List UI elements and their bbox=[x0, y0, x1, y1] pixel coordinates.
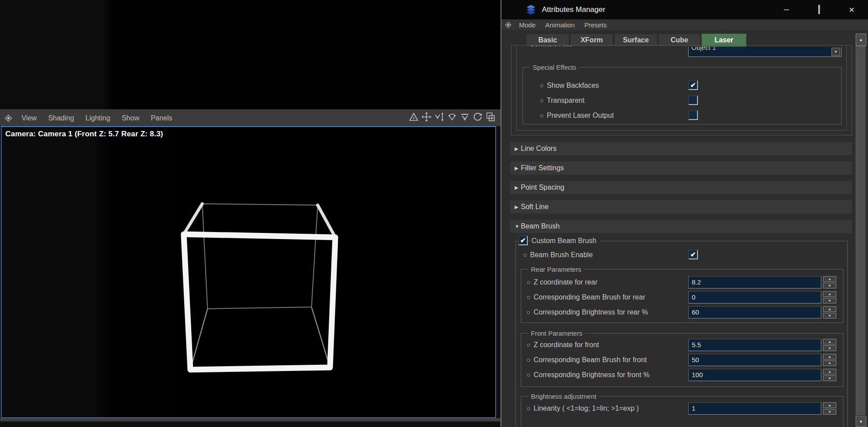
prevent-laser-output-label: Prevent Laser Output bbox=[540, 109, 614, 122]
cone-select-icon[interactable] bbox=[408, 111, 419, 123]
menu-mode[interactable]: Mode bbox=[514, 21, 541, 29]
brightness-front-label: Corresponding Brightness for front % bbox=[527, 369, 649, 381]
prevent-laser-output-checkbox[interactable] bbox=[688, 110, 698, 120]
active-viewport[interactable]: Camera: Camera 1 (Front Z: 5.7 Rear Z: 8… bbox=[1, 126, 496, 418]
attributes-manager-window: Attributes Manager ─ ✕ Mode Animation Pr… bbox=[501, 0, 868, 427]
beam-brush-rear-label: Corresponding Beam Brush for rear bbox=[527, 291, 645, 303]
bullet-icon bbox=[527, 359, 530, 362]
section-soft-line[interactable]: ▶ Soft Line bbox=[510, 200, 852, 214]
wireframe-cube bbox=[169, 193, 345, 380]
linearity-spinner[interactable]: ▲ ▼ bbox=[823, 402, 836, 415]
linearity-field[interactable]: 1 bbox=[688, 402, 821, 415]
menu-shading[interactable]: Shading bbox=[42, 114, 80, 122]
section-beam-brush[interactable]: ▼ Beam Brush bbox=[510, 220, 852, 233]
spinner-up-icon[interactable]: ▲ bbox=[823, 306, 836, 312]
camera-cone-icon[interactable] bbox=[459, 111, 471, 123]
panel-icon[interactable] bbox=[504, 21, 512, 29]
brightness-rear-spinner[interactable]: ▲ ▼ bbox=[823, 306, 836, 318]
minimize-button[interactable]: ─ bbox=[782, 6, 791, 14]
spinner-down-icon[interactable]: ▼ bbox=[823, 409, 836, 415]
bottom-divider bbox=[0, 418, 501, 422]
viewport-layout-icon[interactable] bbox=[485, 111, 496, 123]
top-viewport-pane[interactable] bbox=[0, 0, 501, 109]
bullet-icon bbox=[527, 344, 530, 347]
spinner-up-icon[interactable]: ▲ bbox=[823, 291, 836, 297]
panel-body: Basic XForm Surface Cube Laser ▲ ▼ Softw… bbox=[501, 30, 868, 427]
brightness-rear-field[interactable]: 60 bbox=[688, 306, 821, 318]
titlebar[interactable]: Attributes Manager ─ ✕ bbox=[501, 0, 868, 19]
show-backfaces-label: Show Backfaces bbox=[540, 79, 599, 92]
custom-beam-brush-checkbox[interactable]: ✔ bbox=[518, 236, 528, 245]
beam-brush-front-field[interactable]: 50 bbox=[688, 354, 821, 366]
z-front-spinner[interactable]: ▲ ▼ bbox=[823, 339, 836, 351]
brightness-rear-label: Corresponding Brightness for rear % bbox=[527, 306, 648, 318]
spinner-up-icon[interactable]: ▲ bbox=[823, 339, 836, 345]
front-parameters-title: Front Parameters bbox=[528, 330, 585, 337]
close-button[interactable]: ✕ bbox=[847, 6, 857, 14]
menu-panels[interactable]: Panels bbox=[145, 114, 178, 122]
bullet-icon bbox=[527, 281, 530, 284]
menu-view[interactable]: View bbox=[16, 114, 42, 122]
beam-brush-rear-spinner[interactable]: ▲ ▼ bbox=[823, 291, 836, 303]
beam-brush-front-spinner[interactable]: ▲ ▼ bbox=[823, 354, 836, 366]
transparent-checkbox[interactable] bbox=[688, 95, 698, 105]
menu-show[interactable]: Show bbox=[116, 114, 145, 122]
spinner-down-icon[interactable]: ▼ bbox=[823, 345, 836, 351]
panel-menubar: Mode Animation Presets bbox=[501, 19, 868, 30]
window-title: Attributes Manager bbox=[542, 5, 605, 14]
spinner-down-icon[interactable]: ▼ bbox=[823, 283, 836, 288]
window-controls: ─ ✕ bbox=[782, 0, 857, 19]
dolly-icon[interactable] bbox=[434, 111, 445, 123]
spinner-down-icon[interactable]: ▼ bbox=[823, 298, 836, 303]
beam-brush-enable-checkbox[interactable]: ✔ bbox=[688, 250, 698, 259]
collapsed-arrow-icon: ▶ bbox=[515, 204, 521, 210]
spinner-up-icon[interactable]: ▲ bbox=[823, 276, 836, 282]
beam-brush-enable-label: Beam Brush Enable bbox=[523, 249, 593, 261]
z-front-field[interactable]: 5.5 bbox=[688, 339, 821, 351]
spinner-up-icon[interactable]: ▲ bbox=[823, 369, 836, 375]
z-rear-spinner[interactable]: ▲ ▼ bbox=[823, 276, 836, 288]
clipped-axis-label: Software Axis bbox=[530, 46, 662, 49]
scroll-up-button[interactable]: ▲ bbox=[856, 34, 866, 46]
section-point-spacing[interactable]: ▶ Point Spacing bbox=[510, 181, 852, 194]
section-line-colors[interactable]: ▶ Line Colors bbox=[510, 142, 852, 155]
beam-brush-rear-field[interactable]: 0 bbox=[688, 291, 821, 303]
viewport-toolbar bbox=[408, 111, 496, 123]
maximize-box-icon bbox=[818, 5, 820, 14]
z-rear-field[interactable]: 8.2 bbox=[688, 276, 821, 288]
show-backfaces-checkbox[interactable]: ✔ bbox=[688, 80, 698, 90]
collapsed-arrow-icon: ▶ bbox=[515, 185, 521, 191]
maximize-button[interactable] bbox=[814, 6, 824, 14]
bullet-icon bbox=[540, 99, 543, 102]
expanded-arrow-icon: ▼ bbox=[515, 224, 521, 229]
brightness-front-field[interactable]: 100 bbox=[688, 369, 821, 381]
spinner-down-icon[interactable]: ▼ bbox=[823, 360, 836, 366]
spinner-down-icon[interactable]: ▼ bbox=[823, 313, 836, 318]
scrollbar-track[interactable] bbox=[856, 46, 866, 416]
clipped-axis-dropdown[interactable]: Object 1 ▼ bbox=[688, 47, 842, 57]
spinner-down-icon[interactable]: ▼ bbox=[823, 375, 836, 381]
pan-icon[interactable] bbox=[421, 111, 432, 123]
menu-animation[interactable]: Animation bbox=[541, 21, 580, 29]
orbit-icon[interactable] bbox=[446, 111, 458, 123]
spinner-up-icon[interactable]: ▲ bbox=[823, 354, 836, 360]
dropdown-arrow-icon[interactable]: ▼ bbox=[831, 48, 840, 56]
viewport-panel-icon[interactable] bbox=[4, 113, 13, 123]
brightness-adjustment-title: Brightness adjustment bbox=[528, 393, 599, 400]
menu-lighting[interactable]: Lighting bbox=[80, 114, 116, 122]
spinner-up-icon[interactable]: ▲ bbox=[823, 402, 836, 408]
rear-parameters-title: Rear Parameters bbox=[528, 266, 584, 273]
camera-label: Camera: Camera 1 (Front Z: 5.7 Rear Z: 8… bbox=[5, 130, 163, 139]
brightness-front-spinner[interactable]: ▲ ▼ bbox=[823, 369, 836, 381]
scrollbar-thumb[interactable] bbox=[856, 46, 865, 416]
section-filter-settings[interactable]: ▶ Filter Settings bbox=[510, 161, 852, 175]
collapsed-arrow-icon: ▶ bbox=[515, 165, 521, 171]
viewport-region: View Shading Lighting Show Panels bbox=[0, 0, 501, 427]
scroll-down-button[interactable]: ▼ bbox=[856, 416, 866, 427]
linearity-label: Linearity ( <1=log; 1=lin; >1=exp ) bbox=[527, 402, 639, 415]
menu-presets[interactable]: Presets bbox=[579, 21, 612, 29]
transparent-label: Transparent bbox=[540, 94, 585, 107]
z-front-label: Z coordinate for front bbox=[527, 339, 599, 351]
rotate-icon[interactable] bbox=[472, 111, 483, 123]
bullet-icon bbox=[527, 296, 530, 299]
